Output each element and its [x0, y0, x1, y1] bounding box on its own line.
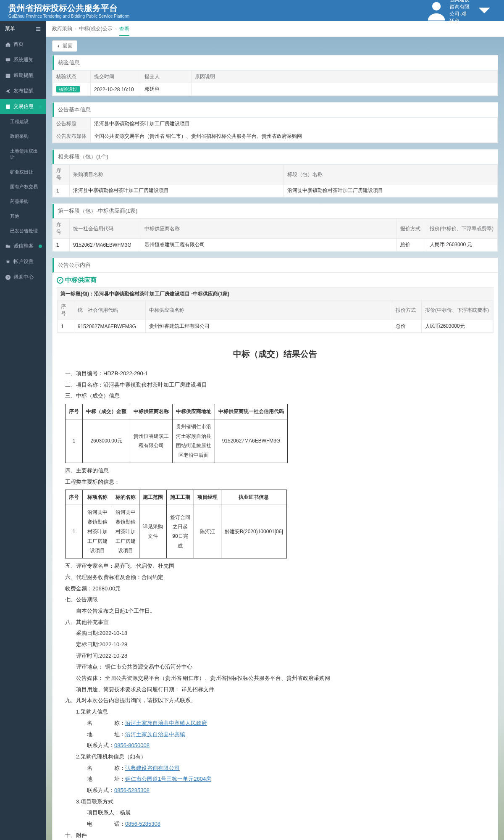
crumb-b[interactable]: 中标(成交)公示 — [79, 25, 113, 32]
sidebar: 菜单 首页 系统通知 逾期提醒 发布提醒 交易信息 工程建设 政府采购 土地使用… — [0, 21, 46, 840]
verify-person: 邓廷容 — [141, 83, 192, 96]
home-icon — [5, 42, 11, 47]
sidebar-sub-land[interactable]: 土地使用权出让 — [0, 144, 46, 165]
supplier-panel: 第一标段（包）-中标供应商(1家) 序号统一社会信用代码中标供应商名称报价方式报… — [52, 203, 498, 252]
sections-title: 相关标段（包）(1个) — [52, 150, 498, 164]
send-icon — [5, 88, 11, 94]
site-header: 贵州省招标投标公共服务平台 GuiZhou Province Tendering… — [0, 0, 504, 21]
doc-icon — [5, 104, 11, 110]
sidebar-sub-mining[interactable]: 矿业权出让 — [0, 165, 46, 179]
table-row: 191520627MA6EBWFM3G贵州恒睿建筑工程有限公司总价人民币 260… — [53, 239, 498, 251]
content-title: 公告公示内容 — [52, 258, 498, 273]
agent-phone-link[interactable]: 0856-5285308 — [114, 787, 150, 793]
calendar-icon — [5, 73, 11, 79]
user-icon — [425, 0, 448, 22]
svg-rect-3 — [6, 104, 10, 109]
svg-rect-1 — [6, 58, 10, 61]
announce-media: 全国公共资源交易平台（贵州省 铜仁市）、贵州省招标投标公共服务平台、贵州省政府采… — [91, 130, 498, 143]
sidebar-sub-construction[interactable]: 工程建设 — [0, 114, 46, 129]
crumb-c: 查看 — [119, 26, 129, 36]
verify-h-time: 提交时间 — [91, 71, 141, 83]
verify-h-person: 提交人 — [141, 71, 192, 83]
back-button[interactable]: 返回 — [52, 40, 77, 52]
subject-table: 序号标项名称标的名称施工范围施工工期项目经理执业证书信息 1沿河县中寨镇勤俭村茶… — [65, 490, 287, 558]
buyer-phone-link[interactable]: 0856-8050008 — [114, 742, 150, 748]
sidebar-item-credit[interactable]: 诚信档案 — [0, 238, 46, 254]
project-phone-link[interactable]: 0856-5285308 — [125, 821, 160, 827]
menu-header: 菜单 — [0, 21, 46, 37]
site-subtitle: GuiZhou Province Tendering and Bidding P… — [8, 14, 129, 18]
monitor-icon — [5, 57, 11, 63]
notice-body: 中标（成交）结果公告 一、项目编号：HDZB-2022-290-1 二、项目名称… — [52, 337, 498, 840]
sidebar-item-account[interactable]: 帐户设置 — [0, 254, 46, 269]
status-badge: 核验通过 — [56, 86, 80, 92]
supplier-title: 第一标段（包）-中标供应商(1家) — [52, 204, 498, 219]
sidebar-item-sysnotice[interactable]: 系统通知 — [0, 52, 46, 68]
check-icon: ✓ — [57, 277, 63, 284]
sidebar-sub-drug[interactable]: 药品采购 — [0, 194, 46, 209]
sidebar-item-overdue[interactable]: 逾期提醒 — [0, 68, 46, 83]
winner-table: 序号中标（成交）金额中标供应商名称中标供应商地址中标供应商统一社会信用代码 12… — [65, 404, 288, 463]
agent-name-link[interactable]: 弘典建设咨询有限公司 — [125, 765, 180, 771]
verify-panel: 核验信息 核验状态 提交时间 提交人 原因说明 核验通过 2022-10-28 … — [52, 55, 498, 96]
table-row: 191520627MA6EBWFM3G贵州恒睿建筑工程有限公司总价人民币2603… — [58, 320, 493, 333]
svg-point-0 — [432, 2, 441, 11]
chevron-down-icon — [473, 0, 496, 22]
verify-time: 2022-10-28 16:10 — [91, 83, 141, 96]
sidebar-item-trade[interactable]: 交易信息 — [0, 99, 46, 114]
verify-h-status: 核验状态 — [53, 71, 91, 83]
sidebar-sub-handled[interactable]: 已发公告处理 — [0, 224, 46, 238]
notice-heading: 中标（成交）结果公告 — [65, 346, 485, 362]
verify-title: 核验信息 — [52, 55, 498, 70]
main-content: 政府采购› 中标(成交)公示› 查看 返回 核验信息 核验状态 提交时间 提交人… — [46, 21, 504, 840]
sidebar-item-publish[interactable]: 发布提醒 — [0, 83, 46, 99]
winner-sub: 第一标段(包)：沿河县中寨镇勤俭村茶叶加工厂房建设项目 -中标供应商(1家) — [57, 288, 493, 300]
content-panel: 公告公示内容 ✓中标供应商 第一标段(包)：沿河县中寨镇勤俭村茶叶加工厂房建设项… — [52, 258, 498, 840]
buyer-name-link[interactable]: 沿河土家族自治县中寨镇人民政府 — [125, 720, 207, 726]
help-icon: ? — [5, 274, 11, 280]
crumb-a[interactable]: 政府采购 — [52, 25, 72, 32]
agent-addr-link[interactable]: 铜仁市公园道1号三栋一单元2804房 — [125, 776, 211, 782]
table-row: 1沿河县中寨镇勤俭村茶叶加工厂房建设项目沿河县中寨镇勤俭村茶叶加工厂房建设项目 — [53, 184, 498, 197]
sidebar-sub-other[interactable]: 其他 — [0, 209, 46, 224]
sidebar-sub-property[interactable]: 国有产权交易 — [0, 179, 46, 194]
breadcrumb: 政府采购› 中标(成交)公示› 查看 — [46, 21, 504, 37]
announce-title: 沿河县中寨镇勤俭村茶叶加工厂房建设项目 — [91, 118, 498, 130]
sidebar-sub-gov[interactable]: 政府采购 — [0, 129, 46, 144]
folder-icon — [5, 243, 11, 249]
verify-reason — [192, 83, 498, 96]
menu-icon[interactable] — [35, 26, 41, 32]
sidebar-item-home[interactable]: 首页 — [0, 37, 46, 52]
sidebar-item-help[interactable]: ?帮助中心 — [0, 269, 46, 285]
basic-panel: 公告基本信息 公告标题沿河县中寨镇勤俭村茶叶加工厂房建设项目 公告发布媒体全国公… — [52, 102, 498, 143]
winner-heading: ✓中标供应商 — [52, 273, 498, 287]
sections-panel: 相关标段（包）(1个) 序号采购项目名称标段（包）名称 1沿河县中寨镇勤俭村茶叶… — [52, 149, 498, 197]
svg-text:?: ? — [7, 275, 9, 279]
back-icon — [57, 44, 61, 48]
svg-rect-2 — [6, 74, 10, 78]
gear-icon — [5, 259, 11, 265]
site-title: 贵州省招标投标公共服务平台 — [8, 3, 118, 13]
basic-title: 公告基本信息 — [52, 103, 498, 117]
buyer-addr-link[interactable]: 沿河土家族自治县中寨镇 — [125, 731, 185, 737]
verify-h-reason: 原因说明 — [192, 71, 498, 83]
